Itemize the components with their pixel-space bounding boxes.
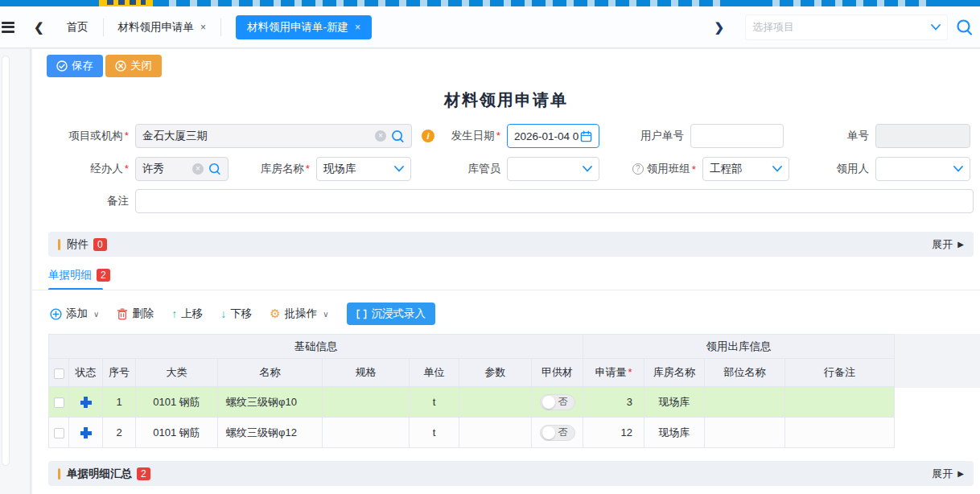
warehouse-select[interactable]: 现场库 [316,157,411,181]
required-star: * [692,163,696,175]
chevron-down-icon: ∨ [93,310,99,319]
owner-supplied-toggle[interactable]: 否 [540,425,575,441]
warehouse-label: 库房名称 [261,163,304,175]
attachments-expand-button[interactable]: 展开 ▶ [932,237,964,252]
calendar-icon[interactable] [580,130,592,142]
plus-circle-icon [50,308,62,320]
lookup-search-icon[interactable] [391,130,405,143]
save-button[interactable]: 保存 [47,55,103,77]
triangle-right-icon: ▶ [957,469,964,478]
required-star: * [496,130,500,142]
table-header-filler [894,334,980,388]
row-checkbox[interactable] [54,428,64,438]
search-icon[interactable] [956,19,974,36]
summary-expand-button[interactable]: 展开 ▶ [932,467,964,481]
detail-summary-section-bar[interactable]: 单据明细汇总 2 展开 ▶ [48,461,974,486]
tab-home[interactable]: 首页 [67,20,89,35]
remark-label: 备注 [48,194,129,208]
col-param: 参数 [459,359,532,387]
tab-material-requisition-new[interactable]: 材料领用申请单-新建× [236,15,372,39]
delete-button[interactable]: 删除 [117,307,154,321]
team-select[interactable]: 工程部 [702,157,789,181]
tab-close-icon[interactable]: × [355,22,360,33]
arrow-up-icon: ↑ [171,307,177,320]
table-row[interactable]: 1 0101 钢筋 螺纹三级钢φ10 t 否 3 现场库 [49,387,895,418]
chevron-down-icon [394,166,404,172]
immersive-entry-button[interactable]: 沉浸式录入 [347,303,436,325]
top-nav-active-item[interactable] [99,0,153,6]
date-input[interactable]: 2026-01-04 0 [507,124,599,148]
user-no-input[interactable] [690,124,784,148]
grid-toolbar: 添加∨ 删除 ↑ 上移 ↓ 下移 ⚙ [50,302,435,326]
doc-no-label: 单号 [789,129,869,143]
lookup-search-icon[interactable] [208,163,221,175]
select-all-checkbox[interactable] [54,368,64,379]
fullscreen-brackets-icon [356,309,367,319]
tab-close-icon[interactable]: × [200,22,206,33]
clear-icon[interactable]: × [375,130,386,142]
top-nav-clipped-text [169,0,724,6]
required-star: * [628,366,632,378]
field-keeper: 库管员 [410,157,599,181]
recipient-select[interactable] [875,157,970,181]
close-button[interactable]: 关闭 [105,55,162,77]
col-category: 大类 [136,359,218,387]
attachments-label: 附件 [67,237,89,252]
page-title: 材料领用申请单 [32,89,980,111]
user-no-label: 用户单号 [595,129,684,143]
tab-detail-lines[interactable]: 单据明细 2 [48,268,110,282]
handler-lookup-input[interactable]: 许秀 × [135,157,229,181]
left-rail [0,49,31,494]
col-quantity: 申请量* [583,359,644,387]
handler-label: 经办人 [90,163,123,175]
team-label: 领用班组 [647,162,690,176]
chevron-down-icon[interactable] [931,24,941,31]
row-checkbox[interactable] [54,397,64,408]
group-basic-info: 基础信息 [49,335,583,359]
row-status-add-icon [80,427,92,438]
tabs-scroll-left-icon[interactable]: ❮ [34,20,44,35]
col-warehouse: 库房名称 [644,359,705,387]
question-circle-icon[interactable]: ? [632,163,644,175]
tab-separator [103,19,104,36]
keeper-select[interactable] [507,157,599,181]
col-owner-supplied: 甲供材 [532,359,583,387]
table-header-row: 状态 序号 大类 名称 规格 单位 参数 甲供材 申请量* 库房名称 部位名称 … [49,359,895,387]
col-line-remark: 行备注 [785,359,895,387]
group-issue-info: 领用出库信息 [583,335,895,359]
x-circle-icon [115,60,126,72]
required-star: * [125,130,129,142]
collapsed-sidebar-panel[interactable] [2,56,10,466]
owner-supplied-toggle[interactable]: 否 [540,394,575,410]
move-up-button[interactable]: ↑ 上移 [171,307,203,321]
tab-material-requisition[interactable]: 材料领用申请单× [118,20,207,35]
required-star: * [125,163,129,175]
clear-icon[interactable]: × [192,163,204,175]
arrow-down-icon: ↓ [220,307,226,320]
remark-input[interactable] [135,189,974,213]
attachments-section-bar[interactable]: 附件 0 展开 ▶ [48,232,974,257]
menu-hamburger-icon[interactable] [2,22,14,33]
section-accent-bar [58,239,60,250]
select-all-checkbox-cell [49,359,69,387]
field-warehouse: 库房名称* 现场库 [229,157,411,181]
tab-separator [220,19,221,36]
summary-label: 单据明细汇总 [67,467,132,481]
col-status: 状态 [69,359,103,387]
detail-count-badge: 2 [97,269,110,282]
top-nav-strip [0,0,980,6]
project-search-box[interactable] [745,14,948,40]
tabs-scroll-right-icon[interactable]: ❯ [714,20,724,35]
batch-operations-button[interactable]: ⚙ 批操作∨ [270,307,328,321]
field-recipient: 领用人 [789,157,970,181]
project-lookup-input[interactable]: 金石大厦三期 × [135,124,412,148]
project-search-input[interactable] [752,21,931,33]
tab-divider-line [32,290,980,290]
table-row[interactable]: 2 0101 钢筋 螺纹三级钢φ12 t 否 12 现场库 [49,418,895,448]
detail-table: 基础信息 领用出库信息 状态 序号 大类 名称 规格 单位 参数 甲供材 申请量… [48,334,895,448]
chevron-down-icon [583,166,592,172]
add-button[interactable]: 添加∨ [50,307,99,321]
move-down-button[interactable]: ↓ 下移 [220,307,252,321]
row-status-add-icon [80,397,92,408]
col-seq: 序号 [103,359,136,387]
